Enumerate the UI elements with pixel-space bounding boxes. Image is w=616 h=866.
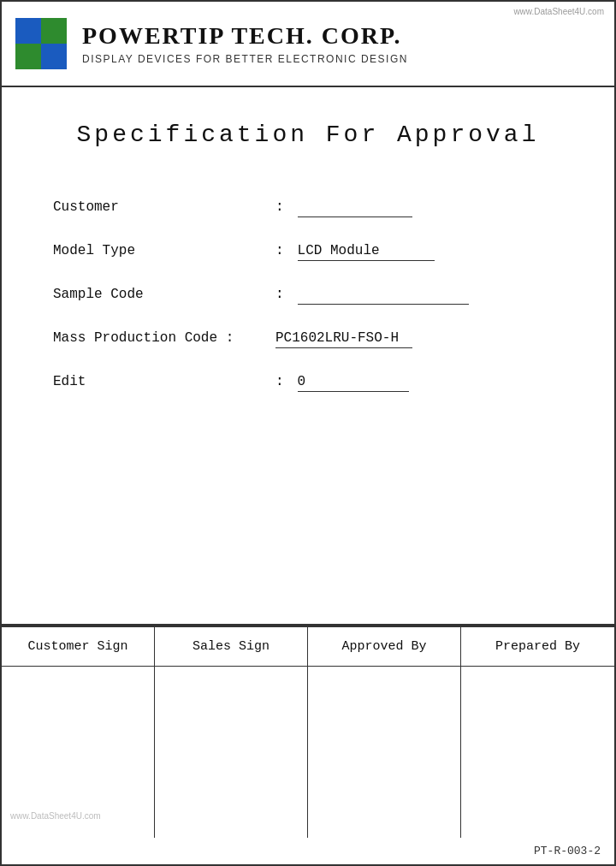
- logo-cell-4: [41, 44, 67, 69]
- sig-body-prepared-by: [461, 667, 614, 838]
- sig-watermark: www.DataSheet4U.com: [10, 811, 101, 821]
- field-mass-production-label: Mass Production Code :: [53, 330, 275, 346]
- logo-cell-1: [15, 18, 41, 44]
- field-mass-production: Mass Production Code : PC1602LRU-FSO-H: [53, 330, 563, 348]
- header: www.DataSheet4U.com POWERTIP TECH. CORP.…: [2, 2, 614, 87]
- signature-section: Customer Sign Sales Sign Approved By Pre…: [2, 626, 614, 838]
- field-customer-colon: :: [275, 199, 284, 215]
- header-watermark: www.DataSheet4U.com: [513, 7, 604, 16]
- field-sample-code-label: Sample Code: [53, 287, 275, 302]
- company-subtitle: DISPLAY DEVICES FOR BETTER ELECTRONIC DE…: [82, 53, 408, 65]
- sig-body-row: www.DataSheet4U.com: [2, 667, 614, 838]
- logo-cell-2: [41, 18, 67, 44]
- field-edit-value: 0: [298, 374, 409, 392]
- doc-number: PT-R-003-2: [534, 845, 601, 857]
- field-model-type-value: LCD Module: [298, 243, 435, 261]
- field-model-type-colon: :: [275, 243, 284, 258]
- field-customer: Customer :: [53, 199, 563, 217]
- field-customer-label: Customer: [53, 199, 275, 215]
- sig-header-prepared-by: Prepared By: [461, 627, 614, 666]
- header-text: POWERTIP TECH. CORP. DISPLAY DEVICES FOR…: [82, 22, 408, 65]
- footer: PT-R-003-2: [2, 838, 614, 864]
- field-edit-label: Edit: [53, 374, 275, 389]
- field-edit-colon: :: [275, 374, 284, 389]
- main-content: Specification For Approval Customer : Mo…: [2, 87, 614, 626]
- company-name: POWERTIP TECH. CORP.: [82, 22, 408, 50]
- sig-body-sales-sign: [155, 667, 308, 838]
- sig-header-sales-sign: Sales Sign: [155, 627, 308, 666]
- logo-cell-3: [15, 44, 41, 69]
- sig-body-customer-sign: www.DataSheet4U.com: [2, 667, 155, 838]
- sig-header-approved-by: Approved By: [308, 627, 461, 666]
- field-customer-value: [298, 199, 412, 217]
- field-sample-code-colon: :: [275, 287, 284, 302]
- field-mass-production-value: PC1602LRU-FSO-H: [275, 330, 412, 348]
- sig-header-row: Customer Sign Sales Sign Approved By Pre…: [2, 627, 614, 667]
- company-logo: [15, 18, 67, 69]
- field-sample-code: Sample Code :: [53, 287, 563, 305]
- field-edit: Edit : 0: [53, 374, 563, 392]
- spec-title: Specification For Approval: [53, 122, 563, 148]
- sig-body-approved-by: [308, 667, 461, 838]
- field-model-type: Model Type : LCD Module: [53, 243, 563, 261]
- field-sample-code-value: [298, 287, 469, 305]
- sig-header-customer-sign: Customer Sign: [2, 627, 155, 666]
- field-model-type-label: Model Type: [53, 243, 275, 258]
- page: www.DataSheet4U.com POWERTIP TECH. CORP.…: [0, 0, 616, 866]
